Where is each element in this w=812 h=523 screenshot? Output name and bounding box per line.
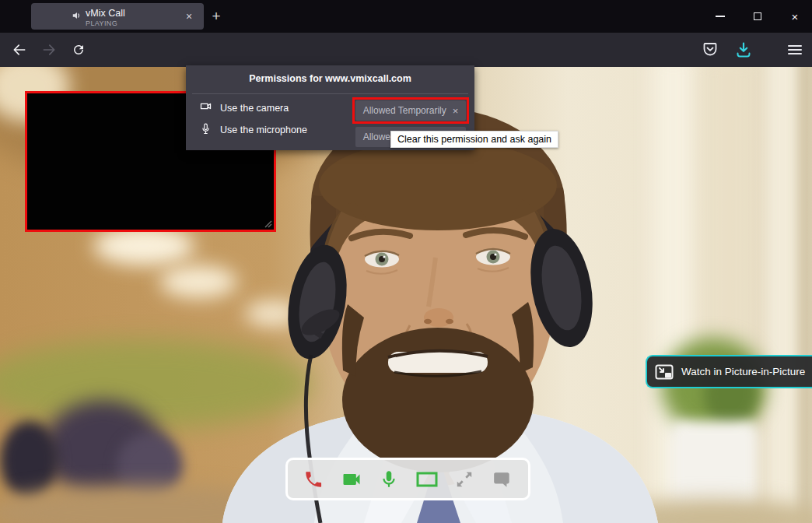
call-control-bar [285,458,530,500]
chat-button[interactable] [491,468,514,491]
window-close-button[interactable]: × [778,0,812,33]
chat-bubble-icon [492,469,513,490]
forward-button[interactable] [37,38,61,61]
pocket-icon[interactable] [701,40,719,59]
forward-icon [41,42,57,58]
screen-share-button[interactable] [415,468,439,491]
fullscreen-arrows-icon [454,469,474,490]
tab-close-icon[interactable]: × [181,9,197,24]
back-icon [12,42,27,58]
pip-label: Watch in Picture-in-Picture [681,366,805,377]
microphone-icon [379,469,399,490]
screen-share-icon [415,470,439,489]
picture-in-picture-button[interactable]: Watch in Picture-in-Picture [646,355,812,388]
tab-audio-icon[interactable] [72,10,82,21]
new-tab-button[interactable]: + [206,6,226,26]
microphone-toggle-button[interactable] [377,468,401,491]
camera-icon [341,469,362,490]
tab-title: vMix Call [86,8,125,19]
title-bar: vMix Call PLAYING × + × [0,0,812,33]
hang-up-button[interactable] [302,468,325,491]
resize-handle-icon[interactable] [263,219,272,228]
hang-up-phone-icon [303,469,324,490]
camera-permission-label: Use the camera [220,103,289,114]
maximize-icon [754,12,761,20]
microphone-permission-label: Use the microphone [220,125,307,135]
navigation-toolbar: https://www.vmixcall.com/call.aspx?Key=1… [0,33,812,67]
picture-in-picture-icon [655,364,674,380]
back-button[interactable] [8,38,31,61]
menu-hamburger-icon[interactable] [786,40,804,59]
clear-permission-tooltip: Clear this permission and ask again [390,131,558,148]
browser-tab[interactable]: vMix Call PLAYING × [31,3,204,30]
window-maximize-button[interactable] [740,0,775,33]
window-minimize-button[interactable] [703,0,737,33]
minimize-icon [716,16,725,17]
reload-icon [72,43,86,57]
divider [192,93,468,94]
permissions-panel-title: Permissions for www.vmixcall.com [186,65,474,84]
camera-toggle-button[interactable] [340,468,363,491]
tab-playing-status: PLAYING [86,19,117,27]
microphone-row-icon [199,122,212,135]
camera-permission-highlight-box [352,97,469,124]
reload-button[interactable] [67,38,90,61]
fullscreen-button[interactable] [453,468,476,491]
camera-row-icon [199,100,212,113]
browser-window: vMix Call PLAYING × + × [0,0,812,523]
downloads-icon[interactable] [734,40,753,59]
